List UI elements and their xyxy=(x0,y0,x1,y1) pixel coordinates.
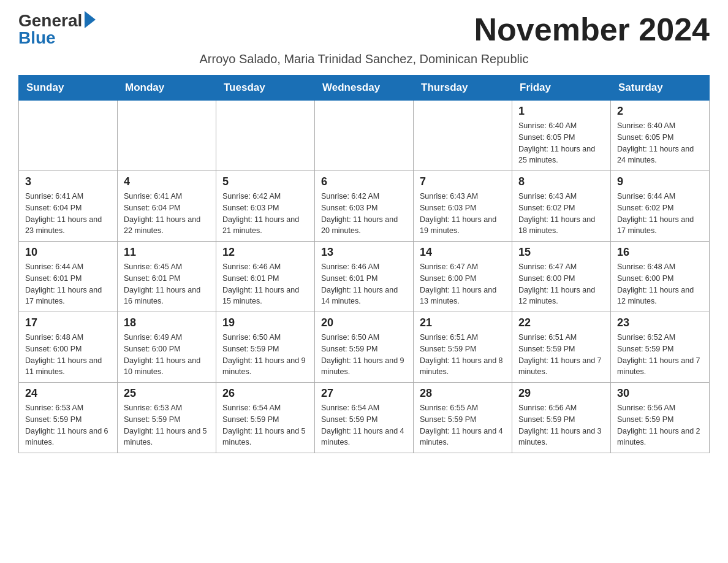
col-monday: Monday xyxy=(118,75,216,101)
cell-day-number: 17 xyxy=(25,316,111,329)
calendar-cell: 12Sunrise: 6:46 AM Sunset: 6:01 PM Dayli… xyxy=(216,242,315,312)
cell-sun-info: Sunrise: 6:55 AM Sunset: 5:59 PM Dayligh… xyxy=(420,402,506,448)
calendar-cell: 5Sunrise: 6:42 AM Sunset: 6:03 PM Daylig… xyxy=(216,171,315,242)
cell-sun-info: Sunrise: 6:45 AM Sunset: 6:01 PM Dayligh… xyxy=(124,261,210,307)
calendar-cell: 27Sunrise: 6:54 AM Sunset: 5:59 PM Dayli… xyxy=(315,383,414,453)
calendar-cell: 7Sunrise: 6:43 AM Sunset: 6:03 PM Daylig… xyxy=(414,171,512,242)
calendar-cell: 25Sunrise: 6:53 AM Sunset: 5:59 PM Dayli… xyxy=(118,383,216,453)
cell-day-number: 18 xyxy=(124,316,210,329)
calendar-cell xyxy=(118,101,216,171)
cell-day-number: 20 xyxy=(321,316,407,329)
calendar-cell: 24Sunrise: 6:53 AM Sunset: 5:59 PM Dayli… xyxy=(19,383,118,453)
cell-sun-info: Sunrise: 6:40 AM Sunset: 6:05 PM Dayligh… xyxy=(617,120,703,166)
cell-sun-info: Sunrise: 6:48 AM Sunset: 6:00 PM Dayligh… xyxy=(25,332,111,378)
cell-day-number: 1 xyxy=(518,105,604,118)
logo-arrow-icon xyxy=(85,11,96,28)
week-row-3: 10Sunrise: 6:44 AM Sunset: 6:01 PM Dayli… xyxy=(19,242,710,312)
cell-sun-info: Sunrise: 6:48 AM Sunset: 6:00 PM Dayligh… xyxy=(617,261,703,307)
calendar-cell: 11Sunrise: 6:45 AM Sunset: 6:01 PM Dayli… xyxy=(118,242,216,312)
cell-day-number: 4 xyxy=(124,175,210,188)
calendar-cell: 26Sunrise: 6:54 AM Sunset: 5:59 PM Dayli… xyxy=(216,383,315,453)
cell-sun-info: Sunrise: 6:50 AM Sunset: 5:59 PM Dayligh… xyxy=(321,332,407,378)
cell-sun-info: Sunrise: 6:41 AM Sunset: 6:04 PM Dayligh… xyxy=(25,191,111,237)
calendar-cell: 8Sunrise: 6:43 AM Sunset: 6:02 PM Daylig… xyxy=(512,171,611,242)
cell-sun-info: Sunrise: 6:47 AM Sunset: 6:00 PM Dayligh… xyxy=(518,261,604,307)
cell-day-number: 5 xyxy=(222,175,308,188)
cell-sun-info: Sunrise: 6:41 AM Sunset: 6:04 PM Dayligh… xyxy=(124,191,210,237)
cell-sun-info: Sunrise: 6:44 AM Sunset: 6:01 PM Dayligh… xyxy=(25,261,111,307)
logo: General Blue xyxy=(18,12,96,47)
calendar-cell xyxy=(315,101,414,171)
cell-sun-info: Sunrise: 6:40 AM Sunset: 6:05 PM Dayligh… xyxy=(518,120,604,166)
col-tuesday: Tuesday xyxy=(216,75,315,101)
calendar-cell: 22Sunrise: 6:51 AM Sunset: 5:59 PM Dayli… xyxy=(512,312,611,383)
calendar-cell xyxy=(414,101,512,171)
cell-sun-info: Sunrise: 6:52 AM Sunset: 5:59 PM Dayligh… xyxy=(617,332,703,378)
cell-sun-info: Sunrise: 6:43 AM Sunset: 6:02 PM Dayligh… xyxy=(518,191,604,237)
cell-day-number: 7 xyxy=(420,175,506,188)
cell-day-number: 27 xyxy=(321,387,407,400)
col-saturday: Saturday xyxy=(611,75,710,101)
week-row-1: 1Sunrise: 6:40 AM Sunset: 6:05 PM Daylig… xyxy=(19,101,710,171)
cell-sun-info: Sunrise: 6:46 AM Sunset: 6:01 PM Dayligh… xyxy=(222,261,308,307)
calendar-cell: 23Sunrise: 6:52 AM Sunset: 5:59 PM Dayli… xyxy=(611,312,710,383)
calendar-header-row: Sunday Monday Tuesday Wednesday Thursday… xyxy=(19,75,710,101)
cell-sun-info: Sunrise: 6:51 AM Sunset: 5:59 PM Dayligh… xyxy=(518,332,604,378)
cell-sun-info: Sunrise: 6:53 AM Sunset: 5:59 PM Dayligh… xyxy=(25,402,111,448)
cell-sun-info: Sunrise: 6:51 AM Sunset: 5:59 PM Dayligh… xyxy=(420,332,506,378)
cell-sun-info: Sunrise: 6:54 AM Sunset: 5:59 PM Dayligh… xyxy=(321,402,407,448)
week-row-5: 24Sunrise: 6:53 AM Sunset: 5:59 PM Dayli… xyxy=(19,383,710,453)
cell-day-number: 12 xyxy=(222,246,308,259)
calendar-cell: 6Sunrise: 6:42 AM Sunset: 6:03 PM Daylig… xyxy=(315,171,414,242)
col-sunday: Sunday xyxy=(19,75,118,101)
cell-day-number: 2 xyxy=(617,105,703,118)
cell-day-number: 21 xyxy=(420,316,506,329)
cell-day-number: 15 xyxy=(518,246,604,259)
cell-day-number: 22 xyxy=(518,316,604,329)
calendar-table: Sunday Monday Tuesday Wednesday Thursday… xyxy=(18,75,710,453)
cell-sun-info: Sunrise: 6:56 AM Sunset: 5:59 PM Dayligh… xyxy=(617,402,703,448)
calendar-cell xyxy=(216,101,315,171)
calendar-cell: 28Sunrise: 6:55 AM Sunset: 5:59 PM Dayli… xyxy=(414,383,512,453)
calendar-cell: 10Sunrise: 6:44 AM Sunset: 6:01 PM Dayli… xyxy=(19,242,118,312)
cell-day-number: 11 xyxy=(124,246,210,259)
cell-sun-info: Sunrise: 6:50 AM Sunset: 5:59 PM Dayligh… xyxy=(222,332,308,378)
logo-general-text: General xyxy=(18,12,82,29)
cell-day-number: 8 xyxy=(518,175,604,188)
page-title: November 2024 xyxy=(474,12,710,47)
calendar-cell: 29Sunrise: 6:56 AM Sunset: 5:59 PM Dayli… xyxy=(512,383,611,453)
cell-day-number: 9 xyxy=(617,175,703,188)
calendar-cell: 3Sunrise: 6:41 AM Sunset: 6:04 PM Daylig… xyxy=(19,171,118,242)
cell-day-number: 14 xyxy=(420,246,506,259)
cell-day-number: 13 xyxy=(321,246,407,259)
calendar-cell: 19Sunrise: 6:50 AM Sunset: 5:59 PM Dayli… xyxy=(216,312,315,383)
cell-sun-info: Sunrise: 6:56 AM Sunset: 5:59 PM Dayligh… xyxy=(518,402,604,448)
cell-day-number: 23 xyxy=(617,316,703,329)
calendar-cell: 30Sunrise: 6:56 AM Sunset: 5:59 PM Dayli… xyxy=(611,383,710,453)
cell-sun-info: Sunrise: 6:42 AM Sunset: 6:03 PM Dayligh… xyxy=(222,191,308,237)
cell-sun-info: Sunrise: 6:53 AM Sunset: 5:59 PM Dayligh… xyxy=(124,402,210,448)
col-thursday: Thursday xyxy=(414,75,512,101)
calendar-cell: 16Sunrise: 6:48 AM Sunset: 6:00 PM Dayli… xyxy=(611,242,710,312)
calendar-cell xyxy=(19,101,118,171)
cell-day-number: 6 xyxy=(321,175,407,188)
calendar-cell: 14Sunrise: 6:47 AM Sunset: 6:00 PM Dayli… xyxy=(414,242,512,312)
cell-day-number: 29 xyxy=(518,387,604,400)
cell-day-number: 28 xyxy=(420,387,506,400)
col-wednesday: Wednesday xyxy=(315,75,414,101)
calendar-cell: 1Sunrise: 6:40 AM Sunset: 6:05 PM Daylig… xyxy=(512,101,611,171)
calendar-cell: 15Sunrise: 6:47 AM Sunset: 6:00 PM Dayli… xyxy=(512,242,611,312)
logo-blue-text: Blue xyxy=(18,28,56,47)
cell-day-number: 26 xyxy=(222,387,308,400)
cell-day-number: 30 xyxy=(617,387,703,400)
calendar-cell: 17Sunrise: 6:48 AM Sunset: 6:00 PM Dayli… xyxy=(19,312,118,383)
calendar-cell: 20Sunrise: 6:50 AM Sunset: 5:59 PM Dayli… xyxy=(315,312,414,383)
page-header: General Blue November 2024 xyxy=(18,12,710,47)
page-subtitle: Arroyo Salado, Maria Trinidad Sanchez, D… xyxy=(18,52,710,66)
cell-day-number: 25 xyxy=(124,387,210,400)
calendar-cell: 21Sunrise: 6:51 AM Sunset: 5:59 PM Dayli… xyxy=(414,312,512,383)
week-row-2: 3Sunrise: 6:41 AM Sunset: 6:04 PM Daylig… xyxy=(19,171,710,242)
cell-sun-info: Sunrise: 6:49 AM Sunset: 6:00 PM Dayligh… xyxy=(124,332,210,378)
calendar-cell: 9Sunrise: 6:44 AM Sunset: 6:02 PM Daylig… xyxy=(611,171,710,242)
cell-sun-info: Sunrise: 6:44 AM Sunset: 6:02 PM Dayligh… xyxy=(617,191,703,237)
